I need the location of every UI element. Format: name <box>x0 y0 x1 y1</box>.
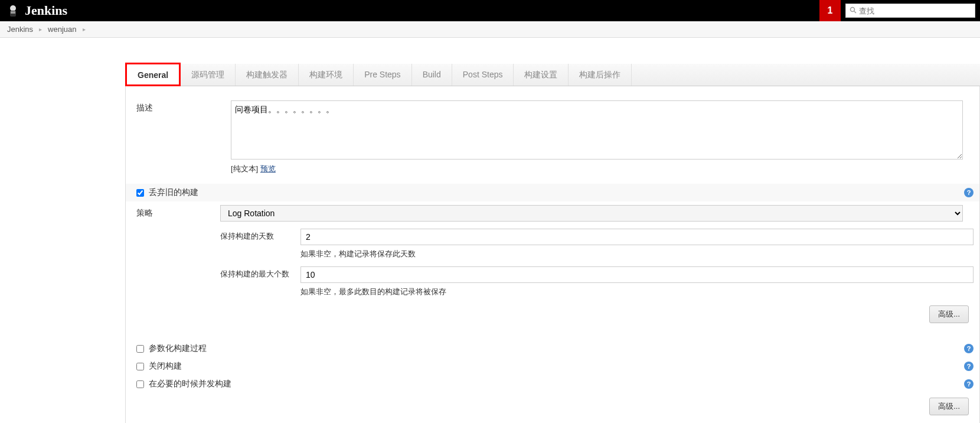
disable-build-label: 关闭构建 <box>149 361 182 372</box>
max-to-keep-hint: 如果非空，最多此数目的构建记录将被保存 <box>300 287 974 297</box>
days-to-keep-hint: 如果非空，构建记录将保存此天数 <box>300 249 974 259</box>
tab-general[interactable]: General <box>125 63 181 86</box>
help-icon[interactable]: ? <box>964 379 974 389</box>
breadcrumb: Jenkins ▸ wenjuan ▸ <box>0 21 980 38</box>
preview-link[interactable]: 预览 <box>260 164 276 173</box>
help-icon[interactable]: ? <box>964 362 974 371</box>
tab-presteps[interactable]: Pre Steps <box>354 64 411 86</box>
days-to-keep-label: 保持构建的天数 <box>220 229 300 242</box>
svg-point-3 <box>851 7 855 11</box>
tabs: General 源码管理 构建触发器 构建环境 Pre Steps Build … <box>125 64 980 86</box>
concurrent-build-row: 在必要的时候并发构建 ? <box>126 375 979 393</box>
logo-text: Jenkins <box>25 3 67 18</box>
header-right: 1 <box>819 0 980 21</box>
chevron-right-icon: ▸ <box>83 26 86 32</box>
tab-triggers[interactable]: 构建触发器 <box>236 64 299 86</box>
advanced-button[interactable]: 高级... <box>929 398 969 415</box>
advanced-button-row-2: 高级... <box>126 393 979 420</box>
format-hint: [纯文本] 预览 <box>231 164 963 174</box>
parameterized-row: 参数化构建过程 ? <box>126 340 979 357</box>
days-to-keep-input[interactable] <box>300 229 974 245</box>
search-icon <box>850 6 857 15</box>
logo[interactable]: Jenkins <box>6 3 67 18</box>
concurrent-build-label: 在必要的时候并发构建 <box>149 379 231 389</box>
tab-environment[interactable]: 构建环境 <box>299 64 354 86</box>
parameterized-label: 参数化构建过程 <box>149 343 207 354</box>
svg-rect-2 <box>11 11 15 14</box>
discard-old-builds-checkbox[interactable] <box>136 189 144 197</box>
description-row: 描述 问卷项目。。。。。。。。 [纯文本] 预览 <box>126 98 979 177</box>
breadcrumb-item-project[interactable]: wenjuan <box>48 25 76 34</box>
strategy-label: 策略 <box>136 208 220 219</box>
description-textarea[interactable]: 问卷项目。。。。。。。。 <box>231 100 963 160</box>
concurrent-build-checkbox[interactable] <box>136 380 144 388</box>
breadcrumb-item-jenkins[interactable]: Jenkins <box>7 25 33 34</box>
disable-build-checkbox[interactable] <box>136 363 144 370</box>
main-content: General 源码管理 构建触发器 构建环境 Pre Steps Build … <box>0 64 980 423</box>
rotation-settings: 保持构建的天数 如果非空，构建记录将保存此天数 保持构建的最大个数 如果非空，最… <box>220 225 974 301</box>
parameterized-checkbox[interactable] <box>136 345 144 353</box>
help-icon[interactable]: ? <box>964 344 974 353</box>
tab-source[interactable]: 源码管理 <box>181 64 236 86</box>
advanced-button[interactable]: 高级... <box>929 305 969 323</box>
svg-line-4 <box>854 11 856 13</box>
disable-build-row: 关闭构建 ? <box>126 357 979 375</box>
chevron-right-icon: ▸ <box>39 26 42 32</box>
max-to-keep-row: 保持构建的最大个数 如果非空，最多此数目的构建记录将被保存 <box>220 263 974 301</box>
discard-old-builds-label: 丢弃旧的构建 <box>149 187 198 198</box>
tab-settings[interactable]: 构建设置 <box>514 64 569 86</box>
days-to-keep-row: 保持构建的天数 如果非空，构建记录将保存此天数 <box>220 225 974 263</box>
discard-old-builds-row: 丢弃旧的构建 ? <box>126 184 979 201</box>
header: Jenkins 1 <box>0 0 980 21</box>
max-to-keep-label: 保持构建的最大个数 <box>220 266 300 279</box>
jenkins-icon <box>6 4 20 18</box>
strategy-row: 策略 Log Rotation <box>126 201 979 225</box>
description-label: 描述 <box>136 100 231 113</box>
search-box[interactable] <box>845 4 975 18</box>
notification-badge[interactable]: 1 <box>819 0 841 21</box>
form-section: 描述 问卷项目。。。。。。。。 [纯文本] 预览 丢弃旧的构建 ? 策略 Log… <box>125 86 980 423</box>
search-input[interactable] <box>859 6 971 15</box>
max-to-keep-input[interactable] <box>300 266 974 283</box>
strategy-select[interactable]: Log Rotation <box>220 205 963 222</box>
help-icon[interactable]: ? <box>964 188 974 197</box>
svg-point-0 <box>10 5 16 11</box>
advanced-button-row-1: 高级... <box>126 301 979 328</box>
tab-build[interactable]: Build <box>412 64 452 86</box>
tab-postbuild[interactable]: 构建后操作 <box>569 64 632 86</box>
tab-poststeps[interactable]: Post Steps <box>452 64 514 86</box>
